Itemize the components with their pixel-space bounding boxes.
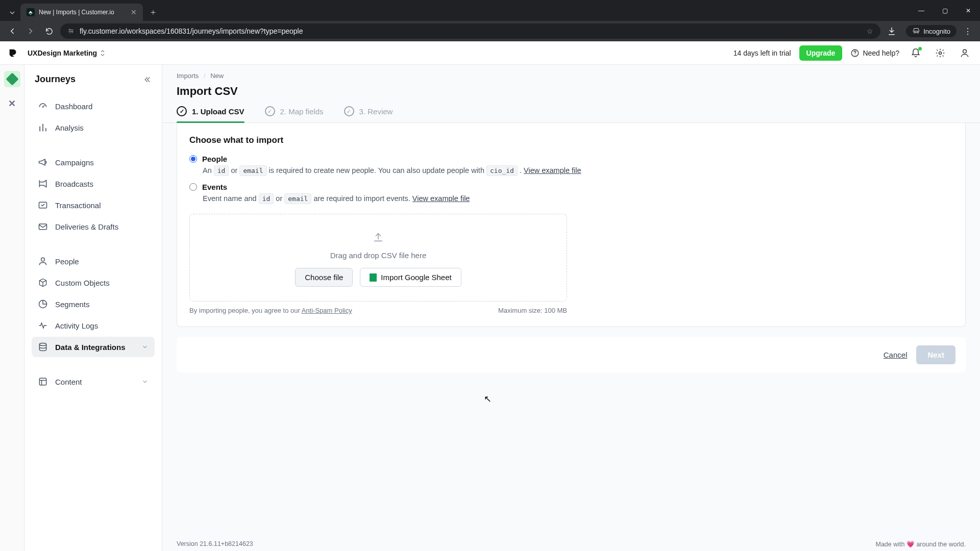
sidebar-item-campaigns[interactable]: Campaigns: [32, 152, 155, 172]
svg-point-6: [41, 258, 45, 261]
people-description: An id or email is required to create new…: [203, 166, 953, 174]
sidebar-item-custom-objects[interactable]: Custom Objects: [32, 272, 155, 293]
cancel-link[interactable]: Cancel: [884, 350, 908, 359]
events-radio-row[interactable]: Events: [189, 183, 953, 191]
step-review: ✓ 3. Review: [344, 106, 393, 122]
pulse-icon: [38, 320, 48, 331]
sidebar-item-data-integrations[interactable]: Data & Integrations: [32, 337, 155, 357]
sidebar-item-dashboard[interactable]: Dashboard: [32, 96, 155, 116]
import-type-people: People An id or email is required to cre…: [189, 155, 953, 174]
browser-back-button[interactable]: [5, 24, 19, 38]
google-sheet-icon: [370, 273, 377, 282]
settings-gear-icon[interactable]: [932, 45, 948, 61]
tab-title: New | Imports | Customer.io: [39, 9, 114, 16]
page-title: Import CSV: [162, 80, 980, 98]
sidebar: Journeys Dashboard Analysis Campaigns: [24, 65, 162, 551]
dropzone-text: Drag and drop CSV file here: [330, 251, 426, 260]
nav-label: Custom Objects: [55, 279, 110, 287]
incognito-badge[interactable]: Incognito: [906, 25, 957, 37]
bookmark-star-icon[interactable]: ☆: [867, 27, 873, 35]
dropzone-footer: By importing people, you agree to our An…: [189, 307, 567, 314]
code-email: email: [284, 193, 311, 204]
browser-forward-button[interactable]: [23, 24, 38, 38]
version-text: Version 21.6.11+b8214623: [177, 540, 253, 548]
workspace-switcher[interactable]: UXDesign Marketing: [28, 49, 105, 57]
tab-favicon-icon: ⬘: [27, 8, 35, 16]
nav-label: Broadcasts: [55, 180, 93, 188]
browser-tab[interactable]: ⬘ New | Imports | Customer.io ✕: [20, 4, 143, 21]
app-logo-icon[interactable]: [7, 47, 19, 59]
step-label: 1. Upload CSV: [192, 107, 244, 116]
anti-spam-policy-link[interactable]: Anti-Spam Policy: [302, 307, 352, 314]
import-type-events: Events Event name and id or email are re…: [189, 183, 953, 203]
sidebar-item-transactional[interactable]: Transactional: [32, 195, 155, 215]
sidebar-item-people[interactable]: People: [32, 251, 155, 271]
svg-point-3: [42, 106, 44, 108]
sidebar-item-broadcasts[interactable]: Broadcasts: [32, 173, 155, 194]
window-minimize-icon[interactable]: —: [910, 0, 933, 21]
sidebar-item-segments[interactable]: Segments: [32, 294, 155, 314]
next-button[interactable]: Next: [916, 345, 955, 364]
upgrade-button[interactable]: Upgrade: [799, 45, 843, 61]
rail-journeys-icon[interactable]: [4, 71, 20, 87]
database-icon: [38, 342, 48, 352]
incognito-label: Incognito: [923, 28, 950, 35]
breadcrumb-separator: /: [204, 72, 206, 80]
events-radio[interactable]: [189, 183, 197, 191]
code-cio-id: cio_id: [486, 165, 518, 176]
cube-icon: [38, 278, 48, 288]
browser-toolbar: fly.customer.io/workspaces/160831/journe…: [0, 21, 980, 41]
bar-chart-icon: [38, 122, 48, 133]
people-radio-row[interactable]: People: [189, 155, 953, 163]
sidebar-item-analysis[interactable]: Analysis: [32, 117, 155, 138]
svg-point-1: [939, 52, 942, 54]
upload-icon: [373, 232, 384, 243]
account-avatar-icon[interactable]: [957, 45, 973, 61]
nav-label: Content: [55, 378, 82, 386]
code-email: email: [239, 165, 266, 176]
rail-secondary-icon[interactable]: ✕: [4, 95, 20, 112]
nav-label: Segments: [55, 300, 90, 309]
tab-search-dropdown[interactable]: [4, 5, 20, 21]
app-footer: Version 21.6.11+b8214623 Made with 💗 aro…: [177, 540, 966, 548]
step-map-fields: ✓ 2. Map fields: [265, 106, 324, 122]
layout-icon: [38, 377, 48, 387]
new-tab-button[interactable]: ＋: [146, 5, 160, 19]
window-maximize-icon[interactable]: ▢: [933, 0, 957, 21]
site-info-icon[interactable]: [67, 28, 75, 35]
file-dropzone[interactable]: Drag and drop CSV file here Choose file …: [189, 214, 567, 302]
sidebar-item-activity-logs[interactable]: Activity Logs: [32, 315, 155, 336]
events-radio-label: Events: [202, 183, 227, 191]
step-check-icon: ✓: [177, 106, 187, 116]
product-rail: ✕: [0, 65, 24, 551]
step-upload-csv[interactable]: ✓ 1. Upload CSV: [177, 106, 244, 122]
browser-menu-icon[interactable]: ⋮: [961, 24, 975, 38]
person-icon: [38, 256, 48, 266]
breadcrumb-parent-link[interactable]: Imports: [177, 72, 199, 80]
pie-icon: [38, 299, 48, 309]
step-check-icon: ✓: [344, 106, 354, 116]
svg-rect-5: [39, 224, 47, 230]
svg-rect-8: [39, 378, 46, 385]
downloads-icon[interactable]: [885, 24, 899, 38]
events-example-link[interactable]: View example file: [412, 194, 470, 203]
tab-close-icon[interactable]: ✕: [131, 8, 137, 16]
address-bar[interactable]: fly.customer.io/workspaces/160831/journe…: [60, 23, 880, 39]
sidebar-item-content[interactable]: Content: [32, 371, 155, 392]
nav-label: Transactional: [55, 201, 101, 210]
import-google-sheet-button[interactable]: Import Google Sheet: [360, 268, 461, 287]
nav-label: Deliveries & Drafts: [55, 222, 118, 231]
people-radio[interactable]: [189, 155, 197, 163]
need-help-link[interactable]: Need help?: [850, 48, 899, 58]
browser-reload-button[interactable]: [42, 24, 56, 38]
nav-label: People: [55, 257, 79, 266]
people-example-link[interactable]: View example file: [524, 166, 581, 174]
notifications-icon[interactable]: [908, 45, 924, 61]
nav-label: Dashboard: [55, 102, 92, 111]
sidebar-collapse-icon[interactable]: [142, 75, 152, 84]
choose-file-button[interactable]: Choose file: [295, 268, 353, 287]
window-close-icon[interactable]: ✕: [957, 0, 980, 21]
code-id: id: [259, 193, 274, 204]
sidebar-item-deliveries[interactable]: Deliveries & Drafts: [32, 216, 155, 237]
chevron-updown-icon: [100, 49, 105, 57]
